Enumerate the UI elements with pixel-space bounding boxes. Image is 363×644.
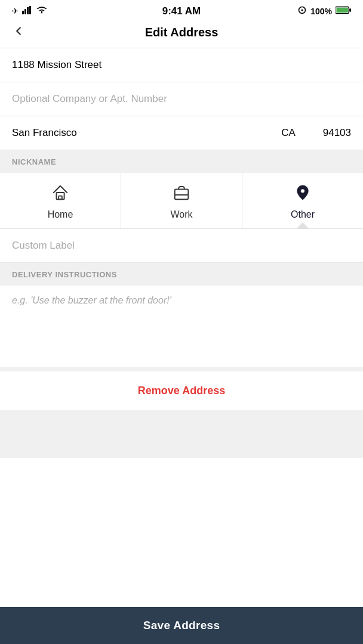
nickname-home-label: Home <box>48 209 73 220</box>
custom-label-field[interactable] <box>0 229 363 263</box>
airplane-icon: ✈ <box>12 7 19 16</box>
location-lock-icon <box>297 6 307 16</box>
save-address-button[interactable]: Save Address <box>12 619 351 632</box>
svg-rect-7 <box>349 8 351 12</box>
home-icon <box>51 184 69 206</box>
svg-rect-1 <box>24 9 26 14</box>
city-state-zip-row <box>0 116 363 150</box>
nickname-option-work[interactable]: Work <box>121 173 242 228</box>
nickname-options-row: Home Work Other <box>0 173 363 229</box>
back-button[interactable] <box>10 22 27 44</box>
nickname-work-label: Work <box>170 209 192 220</box>
zip-input[interactable] <box>303 127 351 139</box>
delivery-instructions-field[interactable] <box>0 286 363 367</box>
briefcase-icon <box>173 184 190 206</box>
battery-percentage: 100% <box>310 7 332 16</box>
delivery-instructions-input[interactable] <box>12 295 351 355</box>
page-header: Edit Address <box>0 20 363 48</box>
address-line2-field[interactable] <box>0 82 363 116</box>
battery-icon <box>336 6 351 16</box>
delivery-section-header: DELIVERY INSTRUCTIONS <box>0 263 363 286</box>
status-left: ✈ <box>12 6 47 16</box>
status-time: 9:41 AM <box>162 5 201 17</box>
status-right: 100% <box>297 6 351 16</box>
remove-address-button[interactable]: Remove Address <box>0 371 363 410</box>
nickname-option-home[interactable]: Home <box>0 173 121 228</box>
page-title: Edit Address <box>145 26 219 39</box>
svg-rect-2 <box>27 7 29 14</box>
address-line1-input[interactable] <box>12 59 351 71</box>
city-input[interactable] <box>12 127 273 139</box>
svg-rect-3 <box>29 6 31 14</box>
active-indicator <box>297 222 309 228</box>
nickname-section-label: NICKNAME <box>12 157 56 166</box>
signal-icon <box>22 6 33 16</box>
nickname-other-label: Other <box>291 209 315 220</box>
svg-point-5 <box>302 9 303 11</box>
address-line2-input[interactable] <box>12 93 351 105</box>
svg-rect-8 <box>336 8 348 13</box>
status-bar: ✈ 9:41 AM 100% <box>0 0 363 20</box>
svg-rect-10 <box>59 196 62 200</box>
nickname-option-other[interactable]: Other <box>242 173 363 228</box>
svg-point-13 <box>301 189 305 193</box>
save-button-bar: Save Address <box>0 607 363 644</box>
wifi-icon <box>36 6 47 16</box>
state-input[interactable] <box>273 127 303 139</box>
location-pin-icon <box>294 184 312 206</box>
bottom-filler <box>0 410 363 458</box>
section-divider <box>0 367 363 371</box>
custom-label-input[interactable] <box>12 240 351 252</box>
nickname-section-header: NICKNAME <box>0 150 363 173</box>
delivery-section-label: DELIVERY INSTRUCTIONS <box>12 270 117 279</box>
svg-rect-0 <box>22 11 24 14</box>
address-line1-field[interactable] <box>0 48 363 82</box>
